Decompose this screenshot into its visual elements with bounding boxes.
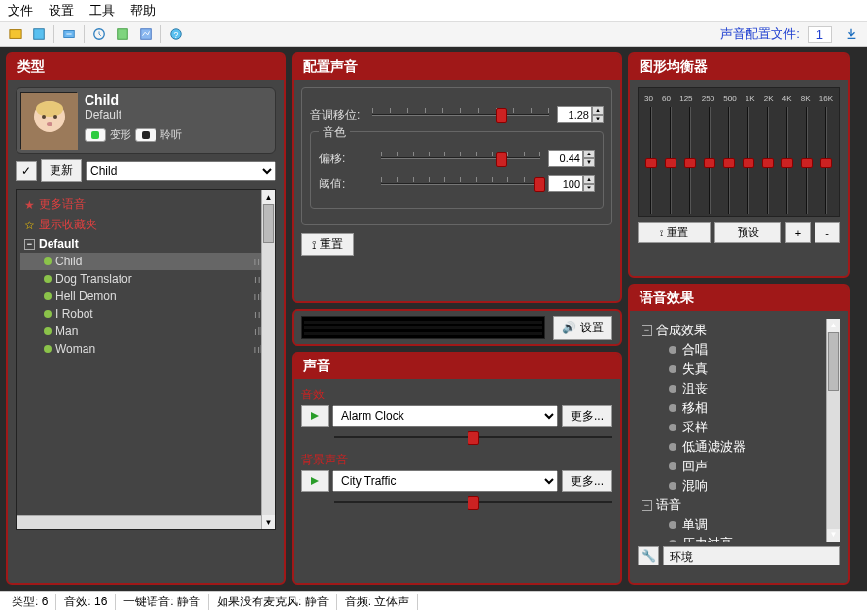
fx-item[interactable]: 移相	[638, 398, 840, 418]
morph-button[interactable]	[85, 128, 106, 142]
eq-band-16k[interactable]	[819, 107, 833, 214]
offset-value[interactable]	[548, 150, 583, 167]
eq-reset-button[interactable]: ⟟ 重置	[638, 222, 711, 243]
tree-item[interactable]: Dog Translatorııll	[20, 270, 271, 288]
tree-scrollbar-vertical[interactable]: ▲▼	[261, 190, 275, 529]
toolbar-btn-2[interactable]	[28, 24, 50, 44]
threshold-spin-down[interactable]: ▼	[583, 184, 595, 192]
eq-band-500[interactable]	[722, 107, 736, 214]
eq-band-60[interactable]	[664, 107, 677, 214]
config-reset-button[interactable]: ⟟重置	[301, 233, 354, 256]
eq-band-250[interactable]	[703, 107, 716, 214]
sfx-select[interactable]: Alarm Clock	[332, 405, 558, 427]
env-config-button[interactable]: 🔧	[638, 546, 659, 565]
fx-folder-synth[interactable]: −合成效果	[638, 321, 840, 340]
offset-spin-down[interactable]: ▼	[583, 158, 595, 167]
voice-select[interactable]: Child	[86, 161, 276, 181]
menu-settings[interactable]: 设置	[49, 2, 74, 19]
eq-minus-button[interactable]: -	[815, 222, 840, 243]
eq-band-30[interactable]	[644, 107, 658, 214]
fx-scrollbar[interactable]: ▲▼	[826, 319, 840, 542]
eq-plus-button[interactable]: +	[785, 222, 811, 243]
profile-label: 声音配置文件:	[720, 25, 800, 43]
panel-title-fx: 语音效果	[630, 286, 848, 311]
eq-preset-button[interactable]: 预设	[714, 222, 781, 243]
toolbar-btn-clock[interactable]	[88, 24, 110, 44]
status-audio: 音频: 立体声	[337, 594, 419, 610]
menu-tools[interactable]: 工具	[89, 2, 115, 19]
eq-band-2k[interactable]	[761, 107, 775, 214]
sfx-play-button[interactable]	[301, 405, 329, 427]
fx-item[interactable]: 采样	[638, 418, 840, 437]
fx-item[interactable]: 沮丧	[638, 379, 840, 398]
offset-label: 偏移:	[319, 151, 373, 167]
fx-item[interactable]: 混响	[638, 476, 840, 496]
show-favorites-link[interactable]: ☆显示收藏夹	[20, 215, 271, 235]
tree-item[interactable]: I Robotııll	[20, 305, 271, 323]
pitch-slider[interactable]	[372, 106, 549, 123]
sfx-volume-slider[interactable]	[334, 430, 612, 444]
toolbar-btn-1[interactable]	[5, 24, 26, 44]
folder-default[interactable]: −Default	[20, 235, 271, 253]
toolbar: ? 声音配置文件: 1	[0, 21, 867, 47]
panel-voice-type: 类型 Child Default 变形 聆听	[6, 52, 286, 585]
fx-item[interactable]: 失真	[638, 359, 840, 379]
offset-slider[interactable]	[381, 150, 540, 167]
eq-band-125[interactable]	[683, 107, 697, 214]
listen-button[interactable]	[135, 128, 156, 142]
eq-band-1k[interactable]	[742, 107, 755, 214]
update-label: 更新	[41, 159, 82, 182]
svg-point-11	[42, 115, 46, 119]
menu-file[interactable]: 文件	[8, 2, 33, 19]
panel-voice-fx: 语音效果 −合成效果 合唱 失真 沮丧 移相 采样 低通滤波器 回声 混响 −语…	[628, 284, 850, 585]
voice-name: Child	[85, 92, 271, 108]
svg-point-10	[36, 101, 63, 117]
eq-band-8k[interactable]	[800, 107, 814, 214]
fx-item[interactable]: 低通滤波器	[638, 437, 840, 457]
threshold-label: 阈值:	[319, 176, 373, 192]
fx-folder-voice[interactable]: −语音	[638, 496, 840, 515]
threshold-slider[interactable]	[381, 175, 540, 192]
fx-item[interactable]: 单调	[638, 515, 840, 534]
toolbar-btn-5[interactable]	[112, 24, 133, 44]
timbre-legend: 音色	[319, 124, 350, 141]
panel-title-sound: 声音	[294, 354, 620, 379]
update-check[interactable]: ✓	[16, 161, 37, 181]
fx-item[interactable]: 回声	[638, 457, 840, 476]
fx-item[interactable]: 压力过高	[638, 534, 840, 542]
threshold-spin-up[interactable]: ▲	[583, 175, 595, 184]
status-effects: 音效: 16	[56, 594, 116, 610]
tree-item-child[interactable]: Childıııl	[20, 253, 271, 270]
toolbar-btn-6[interactable]	[135, 24, 156, 44]
profile-menu-icon[interactable]	[841, 24, 862, 44]
toolbar-btn-help[interactable]: ?	[165, 24, 187, 44]
sfx-more-button[interactable]: 更多...	[562, 405, 612, 427]
panel-sound: 声音 音效 Alarm Clock 更多... 背景声音 City Traffi	[292, 352, 622, 585]
tree-scrollbar-horizontal[interactable]	[17, 515, 261, 529]
panel-config-voice: 配置声音 音调移位: ▲▼ 音色 偏移:	[292, 52, 622, 303]
bg-volume-slider[interactable]	[334, 496, 612, 509]
wrench-icon: 🔧	[642, 549, 656, 563]
menu-help[interactable]: 帮助	[130, 2, 156, 19]
bg-select[interactable]: City Traffic	[332, 470, 558, 492]
env-select[interactable]: 环境	[663, 546, 840, 565]
eq-band-4k[interactable]	[780, 107, 794, 214]
svg-rect-5	[141, 29, 152, 40]
pitch-spin-up[interactable]: ▲	[592, 106, 604, 115]
fx-item[interactable]: 合唱	[638, 340, 840, 359]
pitch-spin-down[interactable]: ▼	[592, 115, 604, 123]
bg-play-button[interactable]	[301, 470, 329, 492]
threshold-value[interactable]	[548, 175, 583, 192]
tree-item[interactable]: Womanıılı	[20, 340, 271, 358]
profile-number[interactable]: 1	[808, 26, 832, 43]
toolbar-btn-3[interactable]	[58, 24, 80, 44]
sound-settings-button[interactable]: 🔊设置	[553, 316, 612, 340]
speaker-icon: 🔊	[562, 321, 576, 334]
offset-spin-up[interactable]: ▲	[583, 150, 595, 158]
tree-item[interactable]: Manıllı	[20, 323, 271, 340]
bg-more-button[interactable]: 更多...	[562, 470, 612, 492]
more-voices-link[interactable]: ★更多语音	[20, 194, 271, 215]
status-nomic: 如果没有麦克风: 静音	[209, 594, 337, 610]
tree-item[interactable]: Hell Demonıılı	[20, 288, 271, 305]
pitch-value[interactable]	[557, 106, 592, 123]
